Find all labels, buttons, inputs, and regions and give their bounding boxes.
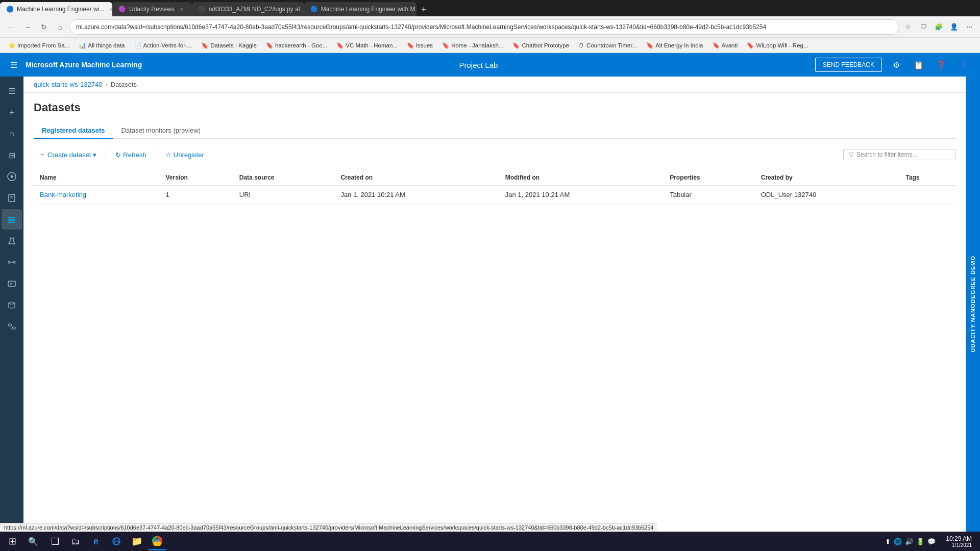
- settings-icon[interactable]: ⚙: [888, 57, 904, 73]
- col-name: Name: [34, 170, 159, 186]
- taskbar-edge-icon[interactable]: e: [87, 532, 105, 550]
- taskbar-ie-icon[interactable]: [107, 532, 126, 550]
- datasets-table: Name Version Data source Created on Modi…: [34, 170, 955, 204]
- taskbar-folder-icon[interactable]: 📁: [128, 532, 146, 550]
- sidebar-item-pipelines[interactable]: [2, 252, 22, 272]
- browser-tab-4[interactable]: 🔵 Machine Learning Engineer with M... ✕: [304, 2, 416, 16]
- tab-registered-datasets[interactable]: Registered datasets: [34, 122, 113, 139]
- main-layout: ☰ ＋ ⌂ ⊞: [0, 77, 980, 532]
- tab2-close-icon[interactable]: ✕: [178, 5, 186, 13]
- help-icon[interactable]: ❓: [933, 57, 949, 73]
- status-url: https://ml.azure.com/data?wsid=/subscrip…: [4, 524, 653, 531]
- bookmark-label: Imported From Sa...: [17, 42, 69, 48]
- bookmark-countdown[interactable]: ⏱ Countdown Timer...: [574, 41, 641, 49]
- account-icon[interactable]: 👤: [955, 57, 972, 73]
- taskbar-file-explorer-icon[interactable]: 🗂: [66, 532, 85, 550]
- bookmark-label: Alt Energy in India: [655, 42, 703, 48]
- browser-tab-1[interactable]: 🔵 Machine Learning Engineer wi... ✕: [0, 2, 112, 16]
- sidebar-item-runs[interactable]: [2, 166, 22, 187]
- search-placeholder: Search to filter items...: [856, 151, 917, 158]
- bookmark-icon: 🔖: [747, 42, 754, 49]
- taskbar-clock[interactable]: 10:29 AM 1/1/2021: [942, 535, 976, 548]
- page-title: Datasets: [34, 101, 955, 114]
- cell-created-on: Jan 1, 2021 10:21 AM: [334, 186, 499, 204]
- tray-network-icon[interactable]: 🌐: [894, 538, 902, 545]
- browser-tab-2[interactable]: 🟣 Udacity Reviews ✕: [112, 2, 192, 16]
- sidebar-item-home[interactable]: ⌂: [2, 123, 22, 144]
- sidebar-item-experiments[interactable]: [2, 231, 22, 251]
- address-bar[interactable]: ml.azure.com/data?wsid=/subscriptions/61…: [69, 19, 899, 35]
- tray-battery-icon[interactable]: 🔋: [916, 538, 924, 545]
- bookmark-hackerearth[interactable]: 🔖 hackerearth - Goo...: [262, 41, 331, 50]
- sidebar-item-compute[interactable]: [2, 273, 22, 294]
- bookmark-kaggle[interactable]: 🔖 Datasets | Kaggle: [197, 41, 261, 50]
- svg-marker-1: [11, 174, 14, 179]
- sidebar-item-linked-services[interactable]: [2, 316, 22, 337]
- col-modified-on: Modified on: [499, 170, 664, 186]
- breadcrumb-workspace-link[interactable]: quick-starts-ws-132740: [34, 81, 102, 88]
- start-button[interactable]: ⊞: [4, 533, 20, 549]
- refresh-icon: ↻: [115, 151, 121, 159]
- task-view-icon[interactable]: ❑: [46, 532, 64, 550]
- sidebar-item-create[interactable]: ＋: [2, 102, 22, 122]
- bookmark-allthingsdata[interactable]: 📊 All things data: [75, 41, 129, 50]
- bookmark-home-jana[interactable]: 🔖 Home - Janalaksh...: [438, 41, 507, 50]
- cell-name: Bank-marketing: [34, 186, 159, 204]
- col-version: Version: [159, 170, 233, 186]
- bookmark-label: Issues: [416, 42, 433, 48]
- home-button[interactable]: ⌂: [53, 20, 67, 34]
- status-bar: https://ml.azure.com/data?wsid=/subscrip…: [0, 523, 657, 532]
- create-dataset-label: Create dataset: [47, 151, 91, 159]
- clipboard-icon[interactable]: 📋: [911, 57, 927, 73]
- bookmark-avanti[interactable]: 🔖 Avanti: [708, 41, 742, 50]
- tab1-title: Machine Learning Engineer wi...: [17, 6, 104, 13]
- extension-icon[interactable]: 🧩: [932, 20, 945, 34]
- send-feedback-button[interactable]: SEND FEEDBACK: [815, 58, 882, 72]
- shield-icon[interactable]: 🛡: [917, 20, 930, 34]
- sidebar-item-notebooks[interactable]: [2, 188, 22, 208]
- bookmark-vcmath[interactable]: 🔖 VC Math - Homan...: [332, 41, 402, 50]
- bookmark-issues[interactable]: 🔖 Issues: [403, 41, 437, 50]
- tray-up-arrow-icon[interactable]: ⬆: [885, 538, 891, 545]
- sidebar-item-overview[interactable]: ⊞: [2, 145, 22, 165]
- search-filter[interactable]: ▽ Search to filter items...: [843, 149, 955, 160]
- tray-notification-icon[interactable]: 💬: [927, 538, 936, 545]
- settings-dots-icon[interactable]: ⋯: [963, 20, 976, 34]
- sidebar-item-datastores[interactable]: [2, 295, 22, 315]
- bookmark-imported[interactable]: ⭐ Imported From Sa...: [4, 41, 74, 50]
- breadcrumb-separator: ›: [105, 81, 107, 88]
- bookmark-label: All things data: [88, 42, 125, 48]
- profile-icon[interactable]: 👤: [947, 20, 961, 34]
- bookmark-action-verbs[interactable]: 📄 Action-Verbs-for-...: [130, 41, 197, 50]
- svg-rect-17: [12, 327, 15, 329]
- reload-button[interactable]: ↻: [37, 20, 51, 34]
- browser-tab-3[interactable]: ⚫ nd00333_AZMLND_C2/logs.py at ... ✕: [192, 2, 304, 16]
- bookmark-star-icon[interactable]: ☆: [901, 20, 915, 34]
- bookmark-label: Action-Verbs-for-...: [143, 42, 192, 48]
- bookmark-icon: ⏱: [578, 42, 584, 48]
- right-panel[interactable]: UDACITY NANODEGREE DEMO: [966, 77, 980, 532]
- sidebar-item-datasets[interactable]: [2, 209, 22, 230]
- tray-volume-icon[interactable]: 🔊: [905, 538, 913, 545]
- page-content: Datasets Registered datasets Dataset mon…: [23, 93, 966, 532]
- sidebar-item-menu[interactable]: ☰: [2, 81, 22, 101]
- hamburger-menu-icon[interactable]: ☰: [8, 58, 19, 72]
- new-tab-button[interactable]: ＋: [416, 2, 431, 16]
- tab-dataset-monitors[interactable]: Dataset monitors (preview): [113, 122, 209, 139]
- unregister-button[interactable]: ☆ Unregister: [160, 148, 209, 161]
- tab1-close-icon[interactable]: ✕: [107, 5, 112, 13]
- address-text: ml.azure.com/data?wsid=/subscriptions/61…: [76, 23, 766, 31]
- forward-button[interactable]: →: [20, 20, 35, 34]
- refresh-button[interactable]: ↻ Refresh: [110, 148, 152, 161]
- unregister-label: Unregister: [174, 151, 204, 159]
- bookmark-alt-energy[interactable]: 🔖 Alt Energy in India: [642, 41, 707, 50]
- taskbar-search-icon[interactable]: 🔍: [22, 533, 44, 549]
- action-separator-2: [156, 148, 156, 161]
- back-button[interactable]: ←: [4, 20, 18, 34]
- taskbar-chrome-icon[interactable]: [148, 532, 166, 550]
- dataset-name-link[interactable]: Bank-marketing: [40, 191, 86, 198]
- browser-toolbar: ← → ↻ ⌂ ml.azure.com/data?wsid=/subscrip…: [0, 16, 980, 38]
- bookmark-chatbot[interactable]: 🔖 Chatbot Prototype: [508, 41, 573, 50]
- create-dataset-button[interactable]: ＋ Create dataset ▾: [34, 147, 102, 162]
- bookmark-wiloop[interactable]: 🔖 WiLoop Wifi - Reg...: [743, 41, 812, 50]
